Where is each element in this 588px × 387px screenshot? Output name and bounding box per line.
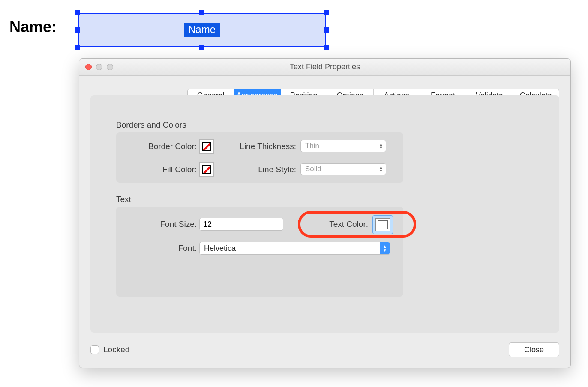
window-controls <box>85 64 113 70</box>
resize-handle-e[interactable] <box>324 27 329 33</box>
stepper-icon: ▲▼ <box>377 164 385 174</box>
group-borders-colors: Border Color: Fill Color: Line Thickness… <box>116 132 403 183</box>
font-popup[interactable]: Helvetica ▲▼ <box>199 242 390 255</box>
label-font-size: Font Size: <box>120 220 197 229</box>
window-close-button[interactable] <box>85 64 92 70</box>
text-field-selected[interactable]: Name <box>78 13 326 47</box>
line-thickness-value: Thin <box>305 142 319 150</box>
label-line-thickness: Line Thickness: <box>221 142 296 151</box>
resize-handle-w[interactable] <box>75 27 80 33</box>
dialog-titlebar[interactable]: Text Field Properties <box>79 59 570 76</box>
window-minimize-button <box>96 64 102 70</box>
appearance-panel: Borders and Colors Border Color: Fill Co… <box>90 95 559 333</box>
line-style-value: Solid <box>305 165 321 173</box>
font-value: Helvetica <box>204 244 236 253</box>
dialog-title: Text Field Properties <box>79 63 570 71</box>
label-font: Font: <box>120 244 197 253</box>
resize-handle-n[interactable] <box>199 10 204 15</box>
fill-color-well[interactable] <box>199 162 214 177</box>
resize-handle-ne[interactable] <box>324 10 329 15</box>
label-text-color: Text Color: <box>304 220 368 229</box>
color-swatch-outer <box>375 218 390 231</box>
color-swatch-inner <box>378 220 388 229</box>
resize-handle-s[interactable] <box>199 45 204 50</box>
text-field-properties-dialog: Text Field Properties General Appearance… <box>79 58 571 368</box>
up-down-icon: ▲▼ <box>380 242 390 254</box>
resize-handle-se[interactable] <box>324 45 329 50</box>
border-color-well[interactable] <box>199 139 214 154</box>
locked-checkbox[interactable]: Locked <box>90 345 129 354</box>
dialog-footer: Locked Close <box>90 340 559 359</box>
stepper-icon: ▲▼ <box>377 141 385 151</box>
font-size-input[interactable] <box>200 218 283 230</box>
checkbox-box[interactable] <box>90 345 99 354</box>
group-text: Font Size: ▼ Text Color: Font: Helvetica… <box>116 207 403 297</box>
label-border-color: Border Color: <box>120 142 197 151</box>
document-canvas: Name: Name <box>0 0 588 60</box>
section-title-borders: Borders and Colors <box>116 120 186 130</box>
section-title-text: Text <box>116 195 131 204</box>
line-thickness-dropdown[interactable]: Thin ▲▼ <box>300 140 386 152</box>
text-field-name-chip: Name <box>184 23 220 37</box>
font-size-combobox[interactable]: ▼ <box>199 218 283 231</box>
close-button[interactable]: Close <box>509 342 559 357</box>
text-color-well[interactable] <box>372 215 393 234</box>
no-color-icon <box>202 142 211 151</box>
resize-handle-sw[interactable] <box>75 45 80 50</box>
window-zoom-button <box>107 64 113 70</box>
line-style-dropdown[interactable]: Solid ▲▼ <box>300 163 386 175</box>
label-line-style: Line Style: <box>221 165 296 174</box>
form-label-name: Name: <box>9 18 57 36</box>
locked-label: Locked <box>103 345 129 354</box>
text-field-body[interactable]: Name <box>78 13 326 47</box>
label-fill-color: Fill Color: <box>120 165 197 174</box>
no-color-icon <box>202 165 211 174</box>
resize-handle-nw[interactable] <box>75 10 80 15</box>
